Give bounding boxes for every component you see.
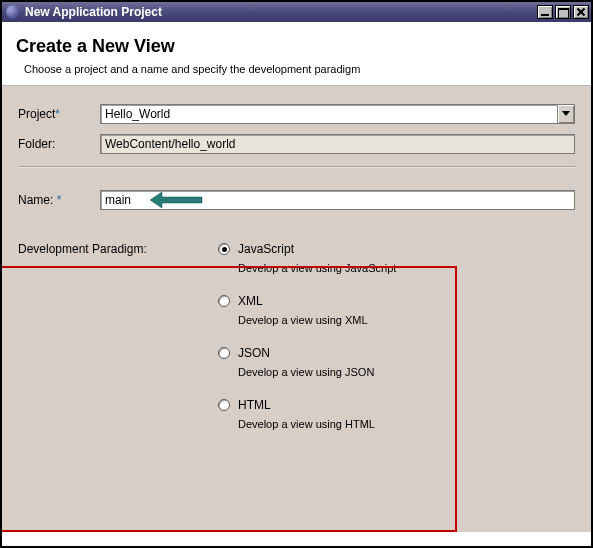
banner-heading: Create a New View bbox=[16, 36, 577, 57]
development-paradigm-section: Development Paradigm: JavaScript Develop… bbox=[18, 242, 575, 430]
paradigm-option-javascript[interactable]: JavaScript Develop a view using JavaScri… bbox=[218, 242, 575, 274]
name-label: Name: * bbox=[18, 193, 100, 207]
paradigm-option-html[interactable]: HTML Develop a view using HTML bbox=[218, 398, 575, 430]
folder-value: WebContent/hello_world bbox=[105, 137, 236, 151]
paradigm-option-desc: Develop a view using JavaScript bbox=[238, 262, 575, 274]
required-mark: * bbox=[55, 107, 60, 121]
name-input[interactable]: main bbox=[100, 190, 575, 210]
folder-label: Folder: bbox=[18, 137, 100, 151]
radio-javascript[interactable] bbox=[218, 243, 230, 255]
folder-field: WebContent/hello_world bbox=[100, 134, 575, 154]
paradigm-option-xml[interactable]: XML Develop a view using XML bbox=[218, 294, 575, 326]
required-mark: * bbox=[57, 193, 62, 207]
paradigm-option-json[interactable]: JSON Develop a view using JSON bbox=[218, 346, 575, 378]
radio-html[interactable] bbox=[218, 399, 230, 411]
folder-row: Folder: WebContent/hello_world bbox=[18, 134, 575, 154]
paradigm-option-desc: Develop a view using JSON bbox=[238, 366, 575, 378]
paradigm-options: JavaScript Develop a view using JavaScri… bbox=[218, 242, 575, 430]
form-area: Project* Hello_World Folder: WebContent/… bbox=[2, 86, 591, 532]
divider bbox=[18, 166, 575, 168]
banner-description: Choose a project and a name and specify … bbox=[16, 63, 577, 75]
eclipse-icon bbox=[6, 5, 20, 19]
name-input-value: main bbox=[105, 193, 131, 207]
minimize-button[interactable] bbox=[537, 5, 553, 19]
paradigm-option-label: HTML bbox=[238, 398, 271, 412]
project-select[interactable]: Hello_World bbox=[100, 104, 575, 124]
paradigm-option-label: JavaScript bbox=[238, 242, 294, 256]
close-button[interactable] bbox=[573, 5, 589, 19]
radio-xml[interactable] bbox=[218, 295, 230, 307]
name-row: Name: * main bbox=[18, 190, 575, 210]
wizard-banner: Create a New View Choose a project and a… bbox=[2, 22, 591, 86]
paradigm-option-desc: Develop a view using HTML bbox=[238, 418, 575, 430]
project-row: Project* Hello_World bbox=[18, 104, 575, 124]
development-paradigm-label: Development Paradigm: bbox=[18, 242, 218, 430]
project-label: Project* bbox=[18, 107, 100, 121]
maximize-button[interactable] bbox=[555, 5, 571, 19]
paradigm-option-label: XML bbox=[238, 294, 263, 308]
project-select-value: Hello_World bbox=[105, 107, 557, 121]
titlebar: New Application Project bbox=[2, 2, 591, 22]
window-title: New Application Project bbox=[25, 5, 537, 19]
paradigm-option-label: JSON bbox=[238, 346, 270, 360]
radio-json[interactable] bbox=[218, 347, 230, 359]
chevron-down-icon[interactable] bbox=[557, 105, 574, 123]
paradigm-option-desc: Develop a view using XML bbox=[238, 314, 575, 326]
